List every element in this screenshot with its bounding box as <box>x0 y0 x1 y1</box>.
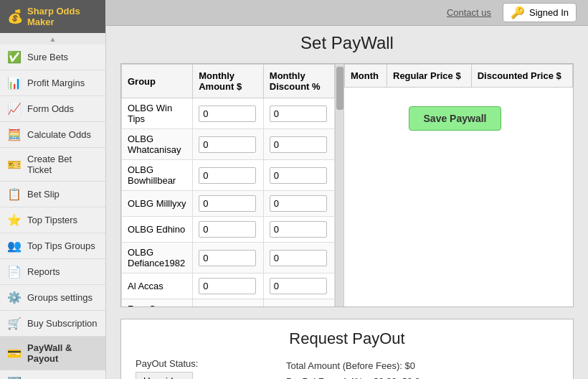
sidebar-item-paywall-payout[interactable]: 💳 PayWall & Payout <box>0 337 105 370</box>
save-paywall-button[interactable]: Save Paywall <box>409 106 502 131</box>
monthly-amount-input-2[interactable] <box>199 167 256 184</box>
monthly-amount-cell-2[interactable] <box>193 160 264 191</box>
monthly-amount-input-1[interactable] <box>199 136 256 153</box>
monthly-discount-input-2[interactable] <box>270 167 327 184</box>
sidebar-item-buy-subscription[interactable]: 🛒 Buy Subscription <box>0 311 105 337</box>
create-bet-ticket-icon: 🎫 <box>7 158 22 172</box>
month-table: Month Regular Price $ Discounted Price $ <box>344 64 573 88</box>
monthly-amount-input-3[interactable] <box>199 195 256 212</box>
col-month: Month <box>345 65 387 88</box>
payout-section: Request PayOut PayOut Status: Unpaid Tot… <box>120 319 574 379</box>
sidebar-item-label-sure-bets: Sure Bets <box>27 52 68 62</box>
buy-subscription-icon: 🛒 <box>7 317 22 330</box>
monthly-discount-input-6[interactable] <box>270 278 327 294</box>
sidebar-item-sure-bets[interactable]: ✅ Sure Bets <box>0 45 105 70</box>
payout-amount-line-0: Total Amount (Before Fees): $0 <box>286 358 559 374</box>
monthly-discount-input-4[interactable] <box>270 221 327 238</box>
topbar: Contact us 🔑 Signed In <box>106 0 588 26</box>
user-icon: 🔑 <box>511 6 525 19</box>
col-discounted-price: Discounted Price $ <box>471 65 572 88</box>
monthly-amount-cell-3[interactable] <box>193 191 264 217</box>
sidebar-header: 💰 Sharp Odds Maker <box>0 0 105 33</box>
monthly-discount-cell-7[interactable] <box>263 299 334 307</box>
table-row: Free Super Tips <box>122 299 335 307</box>
reports-icon: 📄 <box>7 265 22 279</box>
monthly-amount-input-5[interactable] <box>199 250 256 266</box>
sidebar-item-calculate-odds[interactable]: 🧮 Calculate Odds <box>0 122 105 148</box>
sidebar-item-label-profit-margins: Profit Margins <box>27 78 85 88</box>
page-title: Set PayWall <box>120 33 574 53</box>
sidebar-items-list: ✅ Sure Bets 📊 Profit Margins 📈 Form Odds… <box>0 45 105 379</box>
calculate-odds-icon: 🧮 <box>7 128 22 141</box>
sidebar-item-top-tipsters[interactable]: ⭐ Top Tipsters <box>0 207 105 233</box>
usage-counter-icon: 🔢 <box>7 376 22 379</box>
main-area: Contact us 🔑 Signed In Set PayWall Group… <box>106 0 588 379</box>
sidebar: 💰 Sharp Odds Maker ▲ ✅ Sure Bets 📊 Profi… <box>0 0 106 379</box>
monthly-discount-input-7[interactable] <box>270 307 327 307</box>
paywall-table-wrapper: Group Monthly Amount $ Monthly Discount … <box>120 63 574 307</box>
sidebar-item-profit-margins[interactable]: 📊 Profit Margins <box>0 70 105 96</box>
monthly-amount-cell-4[interactable] <box>193 217 264 243</box>
col-monthly-discount: Monthly Discount % <box>263 65 334 98</box>
monthly-discount-input-3[interactable] <box>270 195 327 212</box>
table-row: OLBG Win Tips <box>122 98 335 129</box>
paywall-payout-icon: 💳 <box>7 347 22 360</box>
group-name-1: OLBG Whatcanisay <box>122 129 193 160</box>
monthly-amount-cell-6[interactable] <box>193 273 264 299</box>
table-row: OLBG Defiance1982 <box>122 243 335 273</box>
sidebar-item-form-odds[interactable]: 📈 Form Odds <box>0 96 105 122</box>
monthly-discount-cell-4[interactable] <box>263 217 334 243</box>
contact-us-link[interactable]: Contact us <box>447 7 491 18</box>
sidebar-item-label-calculate-odds: Calculate Odds <box>27 129 91 140</box>
signed-in-label: Signed In <box>529 7 569 18</box>
scrollbar-thumb <box>336 67 343 110</box>
signed-in-badge: 🔑 Signed In <box>503 3 577 22</box>
monthly-discount-cell-2[interactable] <box>263 160 334 191</box>
right-panel: Month Regular Price $ Discounted Price $… <box>343 64 573 307</box>
sidebar-item-label-create-bet-ticket: Create Bet Ticket <box>27 154 98 175</box>
sidebar-scroll-top: ▲ <box>0 33 105 45</box>
payout-title: Request PayOut <box>136 329 559 348</box>
bet-slip-icon: 📋 <box>7 187 22 201</box>
monthly-amount-cell-1[interactable] <box>193 129 264 160</box>
monthly-amount-input-0[interactable] <box>199 106 256 122</box>
sidebar-item-groups-settings[interactable]: ⚙️ Groups settings <box>0 285 105 311</box>
monthly-discount-cell-1[interactable] <box>263 129 334 160</box>
sidebar-item-label-buy-subscription: Buy Subscription <box>27 318 98 329</box>
monthly-discount-cell-6[interactable] <box>263 273 334 299</box>
monthly-discount-input-5[interactable] <box>270 250 327 266</box>
table-scrollbar[interactable] <box>335 64 343 307</box>
monthly-discount-cell-3[interactable] <box>263 191 334 217</box>
top-tipsters-icon: ⭐ <box>7 213 22 227</box>
sidebar-item-label-reports: Reports <box>27 266 60 277</box>
group-name-2: OLBG Bowhillbear <box>122 160 193 191</box>
monthly-amount-input-4[interactable] <box>199 221 256 238</box>
content-area: Set PayWall Group Monthly Amount $ Month… <box>106 26 588 379</box>
sure-bets-icon: ✅ <box>7 50 22 64</box>
sidebar-item-label-groups-settings: Groups settings <box>27 292 93 303</box>
app-title: Sharp Odds Maker <box>27 6 98 27</box>
table-scroll-area[interactable]: Group Monthly Amount $ Monthly Discount … <box>121 64 335 307</box>
sidebar-item-usage-counter[interactable]: 🔢 Usage Counter <box>0 370 105 379</box>
payout-status-section: PayOut Status: Unpaid <box>136 358 272 379</box>
table-row: OLBG Edhino <box>122 217 335 243</box>
monthly-amount-input-6[interactable] <box>199 278 256 294</box>
monthly-discount-cell-5[interactable] <box>263 243 334 273</box>
monthly-amount-cell-0[interactable] <box>193 98 264 129</box>
monthly-discount-input-0[interactable] <box>270 106 327 122</box>
group-name-5: OLBG Defiance1982 <box>122 243 193 273</box>
monthly-amount-cell-7[interactable] <box>193 299 264 307</box>
col-regular-price: Regular Price $ <box>387 65 472 88</box>
sidebar-item-label-form-odds: Form Odds <box>27 103 74 114</box>
sidebar-item-bet-slip[interactable]: 📋 Bet Slip <box>0 182 105 207</box>
sidebar-item-create-bet-ticket[interactable]: 🎫 Create Bet Ticket <box>0 148 105 182</box>
sidebar-item-top-tips-groups[interactable]: 👥 Top Tips Groups <box>0 233 105 259</box>
monthly-amount-cell-5[interactable] <box>193 243 264 273</box>
sidebar-item-label-top-tips-groups: Top Tips Groups <box>27 240 95 251</box>
sidebar-item-reports[interactable]: 📄 Reports <box>0 259 105 285</box>
sidebar-item-label-paywall-payout: PayWall & Payout <box>27 342 98 364</box>
form-odds-icon: 📈 <box>7 102 22 116</box>
monthly-discount-cell-0[interactable] <box>263 98 334 129</box>
monthly-discount-input-1[interactable] <box>270 136 327 153</box>
monthly-amount-input-7[interactable] <box>199 307 256 307</box>
